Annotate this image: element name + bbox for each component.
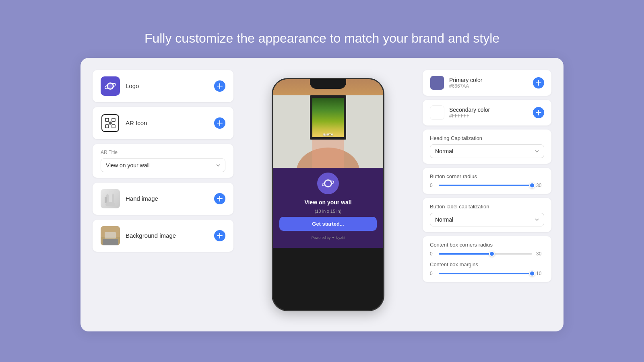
btn-corner-min: 0 <box>430 183 435 188</box>
ar-title-section: AR Title View on your wall See it in you… <box>93 144 233 178</box>
phone-cta-btn[interactable]: Get started... <box>279 217 377 231</box>
bg-thumb-bg <box>101 226 120 245</box>
secondary-color-info: Secondary color #FFFFFF <box>430 105 490 120</box>
phone-planet-icon <box>322 177 334 190</box>
phone-top-image: EARTH <box>273 79 383 168</box>
planet-icon-circle <box>317 173 339 194</box>
phone-screen: EARTH <box>273 79 383 310</box>
plus-icon <box>217 120 223 126</box>
secondary-color-add-btn[interactable] <box>533 107 544 118</box>
svg-point-2 <box>108 84 113 88</box>
logo-add-btn[interactable] <box>214 80 225 92</box>
logo-icon-bg <box>101 76 120 96</box>
ar-icon-label: AR Icon <box>126 119 147 126</box>
btn-label-cap-label: Button label capitalization <box>430 204 544 210</box>
svg-rect-4 <box>112 118 115 121</box>
svg-rect-5 <box>105 125 109 128</box>
primary-color-hex: #6667AA <box>449 83 482 89</box>
phone-view-title: View on your wall <box>304 199 351 206</box>
primary-color-add-btn[interactable] <box>533 77 544 88</box>
content-box-corners-label: Content box corners radius <box>430 242 544 248</box>
primary-color-info: Primary color #6667AA <box>430 76 482 90</box>
left-panel: Logo <box>93 70 233 252</box>
content-corners-min: 0 <box>430 251 435 257</box>
svg-rect-15 <box>103 239 118 245</box>
plus-icon <box>536 80 541 86</box>
ar-icon-container <box>101 113 120 133</box>
btn-corner-track[interactable] <box>439 185 532 186</box>
svg-rect-16 <box>105 232 116 239</box>
secondary-color-row: Secondary color #FFFFFF <box>423 100 551 125</box>
heading-cap-label: Heading Capitalization <box>430 135 544 141</box>
bg-image-item-left: Background image <box>101 226 176 245</box>
hand-image-add-btn[interactable] <box>214 193 225 204</box>
plus-icon <box>217 196 223 202</box>
plus-icon <box>536 110 541 115</box>
content-margins-min: 0 <box>430 271 435 276</box>
bg-image-add-btn[interactable] <box>214 230 225 241</box>
hand-image-item: Hand image <box>93 183 233 215</box>
hand-image-thumb <box>101 189 120 208</box>
saturn-icon <box>104 80 116 92</box>
svg-point-21 <box>325 181 331 186</box>
content-box-corners-row: Content box corners radius 0 30 <box>430 242 544 257</box>
logo-item: Logo <box>93 70 233 102</box>
hand-image-label: Hand image <box>126 195 158 202</box>
content-box-margins-row: Content box margins 0 10 <box>430 261 544 276</box>
secondary-color-swatch[interactable] <box>430 105 444 120</box>
svg-rect-6 <box>112 125 115 128</box>
content-box-corners-control: 0 30 <box>430 251 544 257</box>
svg-rect-11 <box>105 197 107 203</box>
btn-corner-max: 30 <box>536 183 544 188</box>
art-text: EARTH <box>322 132 334 137</box>
primary-color-row: Primary color #6667AA <box>423 70 551 96</box>
ar-icon-item: AR Icon <box>93 107 233 139</box>
btn-corner-control: 0 30 <box>430 183 544 188</box>
ar-icon-svg <box>105 117 116 129</box>
plus-icon <box>217 233 223 239</box>
secondary-color-text: Secondary color #FFFFFF <box>449 107 490 119</box>
main-card: Logo <box>80 58 564 331</box>
content-margins-max: 10 <box>536 271 544 276</box>
phone-notch <box>310 79 346 89</box>
heading-cap-select[interactable]: Normal Uppercase Capitalize Lowercase <box>430 144 544 158</box>
heading-cap-section: Heading Capitalization Normal Uppercase … <box>423 130 551 164</box>
btn-corner-label: Button corner radius <box>430 173 544 179</box>
center-panel: EARTH <box>246 70 411 319</box>
art-frame: EARTH <box>310 95 346 140</box>
content-corners-track[interactable] <box>439 253 532 255</box>
plus-icon <box>217 83 223 89</box>
btn-label-cap-select[interactable]: Normal Uppercase Capitalize Lowercase <box>430 213 544 226</box>
primary-color-swatch[interactable] <box>430 76 444 90</box>
svg-rect-8 <box>109 191 112 203</box>
logo-icon-container <box>101 76 120 96</box>
content-corners-max: 30 <box>536 251 544 257</box>
svg-rect-10 <box>112 194 114 202</box>
ar-icon-add-btn[interactable] <box>214 117 225 129</box>
phone-view-sub: (10 in x 15 in) <box>315 209 342 214</box>
art-inner: EARTH <box>312 98 344 137</box>
bg-room-svg <box>101 226 120 245</box>
phone-bottom: View on your wall (10 in x 15 in) Get st… <box>273 168 383 248</box>
ar-title-select[interactable]: View on your wall See it in your space V… <box>101 158 225 172</box>
hand-svg <box>105 191 116 206</box>
svg-rect-12 <box>105 202 115 206</box>
phone-mockup: EARTH <box>272 78 384 311</box>
bg-image-item: Background image <box>93 220 233 252</box>
bg-image-thumb <box>101 226 120 245</box>
ar-title-label: AR Title <box>101 150 225 155</box>
content-margins-track[interactable] <box>439 273 532 274</box>
bg-image-label: Background image <box>126 232 176 239</box>
ar-icon-box <box>101 114 119 132</box>
hand-image-item-left: Hand image <box>101 189 158 208</box>
page-title: Fully customize the appearance to match … <box>144 31 500 46</box>
btn-label-cap-section: Button label capitalization Normal Upper… <box>423 198 551 232</box>
logo-item-left: Logo <box>101 76 139 96</box>
content-box-section: Content box corners radius 0 30 Content … <box>423 236 551 282</box>
svg-rect-3 <box>105 118 109 121</box>
primary-color-name: Primary color <box>449 77 482 83</box>
secondary-color-name: Secondary color <box>449 107 490 113</box>
content-box-margins-label: Content box margins <box>430 261 544 267</box>
ar-icon-item-left: AR Icon <box>101 113 147 133</box>
content-box-margins-control: 0 10 <box>430 271 544 276</box>
